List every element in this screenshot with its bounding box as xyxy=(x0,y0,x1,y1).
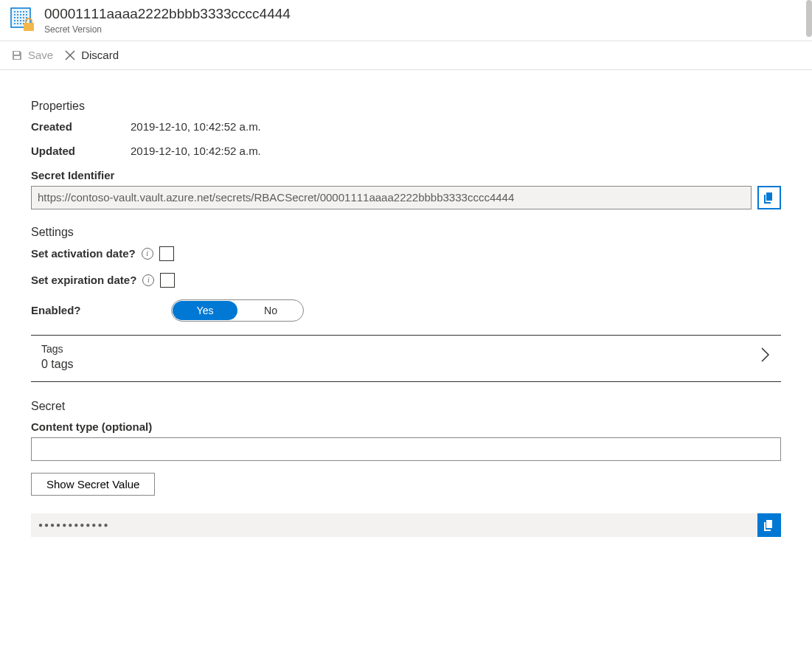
secret-identifier-input[interactable] xyxy=(31,186,752,209)
content-type-label: Content type (optional) xyxy=(31,420,781,433)
activation-checkbox[interactable] xyxy=(159,246,174,261)
expiration-checkbox[interactable] xyxy=(160,273,175,288)
svg-point-12 xyxy=(17,17,18,18)
updated-value: 2019-12-10, 10:42:52 a.m. xyxy=(131,145,261,157)
tags-label: Tags xyxy=(41,343,74,355)
page-header: 00001111aaaa2222bbbb3333cccc4444 Secret … xyxy=(0,0,812,41)
svg-point-23 xyxy=(20,23,21,24)
svg-point-13 xyxy=(20,17,21,18)
content-type-input[interactable] xyxy=(31,437,781,461)
svg-point-22 xyxy=(17,23,18,24)
svg-point-2 xyxy=(17,11,18,13)
command-bar: Save Discard xyxy=(0,41,812,70)
content-area: Properties Created 2019-12-10, 10:42:52 … xyxy=(0,70,812,552)
svg-point-18 xyxy=(20,20,21,21)
expiration-row: Set expiration date? i xyxy=(31,273,781,288)
secret-identifier-label: Secret Identifier xyxy=(31,169,781,181)
scrollbar[interactable] xyxy=(806,0,812,37)
tags-count: 0 tags xyxy=(41,358,74,371)
enabled-yes[interactable]: Yes xyxy=(173,301,237,320)
svg-point-9 xyxy=(23,14,24,15)
enabled-no[interactable]: No xyxy=(238,300,303,321)
close-icon xyxy=(63,49,77,62)
secret-heading: Secret xyxy=(31,400,781,413)
secret-version-icon xyxy=(10,7,35,32)
discard-button[interactable]: Discard xyxy=(63,49,119,62)
svg-point-16 xyxy=(14,20,15,21)
svg-point-21 xyxy=(14,23,15,24)
created-row: Created 2019-12-10, 10:42:52 a.m. xyxy=(31,120,781,133)
copy-secret-button[interactable] xyxy=(757,513,781,537)
created-value: 2019-12-10, 10:42:52 a.m. xyxy=(131,120,261,133)
svg-point-4 xyxy=(23,11,24,13)
info-icon[interactable]: i xyxy=(142,274,154,286)
tags-block[interactable]: Tags 0 tags xyxy=(31,335,781,382)
svg-point-19 xyxy=(23,20,24,21)
save-button[interactable]: Save xyxy=(10,49,53,62)
properties-heading: Properties xyxy=(31,100,781,113)
chevron-right-icon xyxy=(760,347,771,367)
copy-icon xyxy=(763,518,776,532)
svg-point-7 xyxy=(17,14,18,15)
svg-point-11 xyxy=(14,17,15,18)
enabled-label: Enabled? xyxy=(31,304,171,316)
copy-identifier-button[interactable] xyxy=(757,186,781,209)
settings-heading: Settings xyxy=(31,226,781,239)
svg-point-5 xyxy=(26,11,27,13)
page-subtitle: Secret Version xyxy=(44,24,291,35)
enabled-toggle[interactable]: Yes No xyxy=(171,299,304,322)
info-icon[interactable]: i xyxy=(142,248,153,260)
expiration-label: Set expiration date? xyxy=(31,274,136,286)
updated-row: Updated 2019-12-10, 10:42:52 a.m. xyxy=(31,145,781,157)
svg-point-17 xyxy=(17,20,18,21)
svg-point-1 xyxy=(14,11,15,13)
svg-point-10 xyxy=(26,14,27,15)
svg-point-8 xyxy=(20,14,21,15)
page-title: 00001111aaaa2222bbbb3333cccc4444 xyxy=(44,6,291,23)
svg-point-14 xyxy=(23,17,24,18)
created-label: Created xyxy=(31,120,131,133)
save-label: Save xyxy=(28,49,53,61)
svg-point-3 xyxy=(20,11,21,13)
updated-label: Updated xyxy=(31,145,131,157)
secret-value-masked: ●●●●●●●●●●●● xyxy=(31,513,757,537)
activation-label: Set activation date? xyxy=(31,247,136,260)
show-secret-button[interactable]: Show Secret Value xyxy=(31,473,155,496)
save-icon xyxy=(10,49,24,62)
copy-icon xyxy=(763,191,776,204)
discard-label: Discard xyxy=(81,49,119,61)
svg-point-6 xyxy=(14,14,15,15)
activation-row: Set activation date? i xyxy=(31,246,781,261)
svg-rect-26 xyxy=(24,23,34,31)
enabled-row: Enabled? Yes No xyxy=(31,299,781,322)
